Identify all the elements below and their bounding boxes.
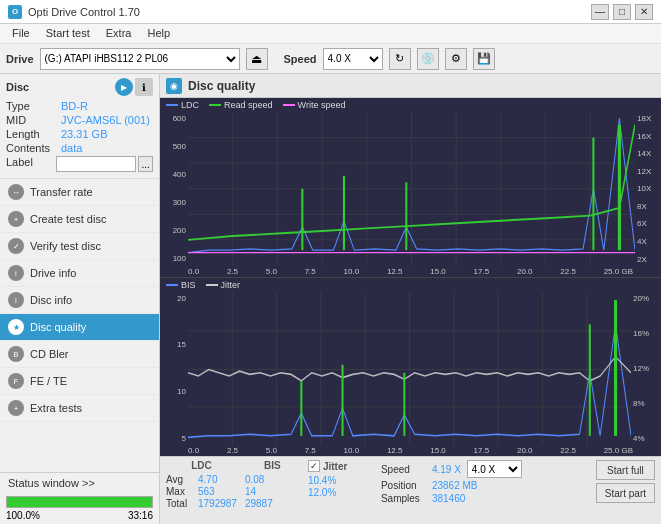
- label-browse-button[interactable]: ...: [138, 156, 153, 172]
- progress-time: 33:16: [128, 510, 153, 521]
- nav-disc-info-label: Disc info: [30, 294, 72, 306]
- legend-jitter-label: Jitter: [221, 280, 241, 290]
- disc-type-row: Type BD-R: [6, 100, 153, 112]
- jitter-max-value: 12.0%: [308, 487, 373, 498]
- ldc-avg-row: Avg 4.70: [166, 474, 237, 485]
- nav-disc-info[interactable]: i Disc info: [0, 287, 159, 314]
- speed-label: Speed: [284, 53, 317, 65]
- bottom-chart-area: 20 15 10 5: [160, 292, 661, 446]
- nav-drive-info[interactable]: i Drive info: [0, 260, 159, 287]
- disc-action-icon[interactable]: ▶: [115, 78, 133, 96]
- nav-disc-quality[interactable]: ★ Disc quality: [0, 314, 159, 341]
- read-color: [209, 104, 221, 106]
- mid-label: MID: [6, 114, 61, 126]
- right-panel: ◉ Disc quality LDC Read: [160, 74, 661, 524]
- disc-title: Disc: [6, 81, 29, 93]
- speed-select-stat[interactable]: 4.0 X: [467, 460, 522, 478]
- legend-read-label: Read speed: [224, 100, 273, 110]
- progress-text: 100.0%: [6, 510, 40, 521]
- stats-bar: LDC Avg 4.70 Max 563 Total 1792987: [160, 456, 661, 524]
- ldc-total-value: 1792987: [198, 498, 237, 509]
- nav-transfer-rate-label: Transfer rate: [30, 186, 93, 198]
- progress-bar-fill: [7, 497, 152, 507]
- menu-file[interactable]: File: [4, 26, 38, 41]
- save-button[interactable]: 💾: [473, 48, 495, 70]
- legend-bis-label: BIS: [181, 280, 196, 290]
- menu-help[interactable]: Help: [139, 26, 178, 41]
- nav-menu: ↔ Transfer rate + Create test disc ✓ Ver…: [0, 179, 159, 422]
- legend-write-label: Write speed: [298, 100, 346, 110]
- jitter-color: [206, 284, 218, 286]
- top-chart-area: 600 500 400 300 200 100: [160, 112, 661, 266]
- mid-value: JVC-AMS6L (001): [61, 114, 153, 126]
- disc-section: Disc ▶ ℹ Type BD-R MID JVC-AMS6L (001) L…: [0, 74, 159, 179]
- nav-fe-te-label: FE / TE: [30, 375, 67, 387]
- eject-button[interactable]: ⏏: [246, 48, 268, 70]
- top-chart-canvas: [188, 112, 635, 266]
- menu-bar: File Start test Extra Help: [0, 24, 661, 44]
- menu-start-test[interactable]: Start test: [38, 26, 98, 41]
- max-label-ldc: Max: [166, 486, 194, 497]
- bis-total-row: 29887: [245, 498, 300, 509]
- legend-ldc-label: LDC: [181, 100, 199, 110]
- start-full-button[interactable]: Start full: [596, 460, 655, 480]
- disc-quality-icon: ★: [8, 319, 24, 335]
- nav-cd-bler[interactable]: B CD Bler: [0, 341, 159, 368]
- settings-button[interactable]: ⚙: [445, 48, 467, 70]
- menu-extra[interactable]: Extra: [98, 26, 140, 41]
- bis-stats: BIS 0.08 14 29887: [245, 460, 300, 509]
- top-y-axis-right: 18X 16X 14X 12X 10X 8X 6X 4X 2X: [635, 112, 661, 266]
- speed-select[interactable]: 4.0 X: [323, 48, 383, 70]
- bis-max-value: 14: [245, 486, 256, 497]
- start-part-button[interactable]: Start part: [596, 483, 655, 503]
- close-button[interactable]: ✕: [635, 4, 653, 20]
- nav-transfer-rate[interactable]: ↔ Transfer rate: [0, 179, 159, 206]
- refresh-button[interactable]: ↻: [389, 48, 411, 70]
- nav-extra-tests[interactable]: + Extra tests: [0, 395, 159, 422]
- minimize-button[interactable]: —: [591, 4, 609, 20]
- top-chart: LDC Read speed Write speed: [160, 98, 661, 278]
- nav-create-test-disc[interactable]: + Create test disc: [0, 206, 159, 233]
- nav-verify-test-disc-label: Verify test disc: [30, 240, 101, 252]
- top-chart-svg: [188, 112, 635, 266]
- disc-info-icon[interactable]: ℹ: [135, 78, 153, 96]
- label-input[interactable]: [56, 156, 136, 172]
- window-title: Opti Drive Control 1.70: [28, 6, 140, 18]
- type-label: Type: [6, 100, 61, 112]
- legend-jitter: Jitter: [206, 280, 241, 290]
- ldc-max-row: Max 563: [166, 486, 237, 497]
- position-label: Position: [381, 480, 426, 491]
- jitter-header: ✓ Jitter: [308, 460, 373, 474]
- disc-length-row: Length 23.31 GB: [6, 128, 153, 140]
- write-color: [283, 104, 295, 106]
- progress-bar-container: [6, 496, 153, 508]
- disc-label-row: Label ...: [6, 156, 153, 172]
- status-window-label: Status window >>: [8, 477, 95, 489]
- app-window: O Opti Drive Control 1.70 — □ ✕ File Sta…: [0, 0, 661, 524]
- jitter-avg-value: 10.4%: [308, 475, 373, 486]
- nav-verify-test-disc[interactable]: ✓ Verify test disc: [0, 233, 159, 260]
- ldc-avg-value: 4.70: [198, 474, 217, 485]
- drive-select[interactable]: (G:) ATAPI iHBS112 2 PL06: [40, 48, 240, 70]
- position-value: 23862 MB: [432, 480, 478, 491]
- length-value: 23.31 GB: [61, 128, 153, 140]
- status-window-button[interactable]: Status window >>: [0, 472, 159, 493]
- ldc-color: [166, 104, 178, 106]
- nav-drive-info-label: Drive info: [30, 267, 76, 279]
- jitter-label: Jitter: [323, 461, 347, 472]
- app-icon: O: [8, 5, 22, 19]
- speed-label-stat: Speed: [381, 464, 426, 475]
- jitter-stats: ✓ Jitter 10.4% 12.0%: [308, 460, 373, 498]
- nav-disc-quality-label: Disc quality: [30, 321, 86, 333]
- progress-info: 100.0% 33:16: [6, 510, 153, 521]
- nav-cd-bler-label: CD Bler: [30, 348, 69, 360]
- jitter-checkbox[interactable]: ✓: [308, 460, 320, 472]
- chart-title: Disc quality: [188, 79, 255, 93]
- label-key: Label: [6, 156, 56, 172]
- legend-bis: BIS: [166, 280, 196, 290]
- progress-section: 100.0% 33:16: [0, 493, 159, 524]
- maximize-button[interactable]: □: [613, 4, 631, 20]
- nav-fe-te[interactable]: F FE / TE: [0, 368, 159, 395]
- speed-value: 4.19 X: [432, 464, 461, 475]
- disc-icon-button[interactable]: 💿: [417, 48, 439, 70]
